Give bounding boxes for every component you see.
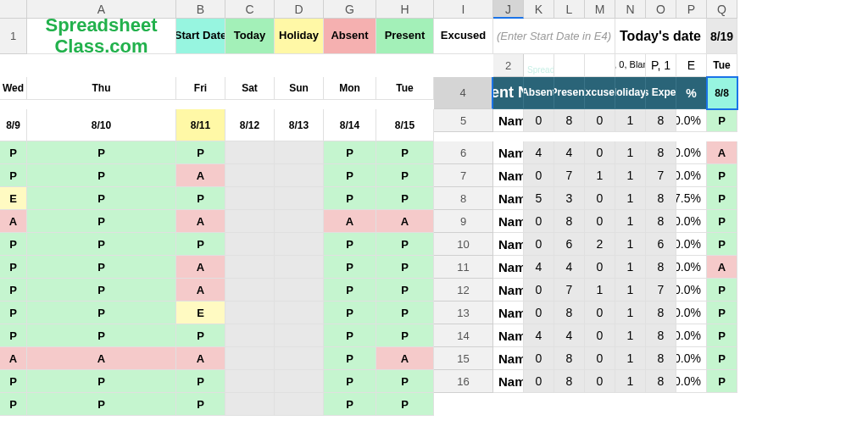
- attendance-cell[interactable]: A: [176, 164, 225, 187]
- stat-cell[interactable]: 1: [585, 279, 615, 302]
- stat-cell[interactable]: 6: [554, 233, 585, 256]
- attendance-cell[interactable]: P: [376, 302, 434, 324]
- stat-cell[interactable]: 8: [646, 370, 676, 393]
- stat-cell[interactable]: 8: [554, 302, 585, 324]
- attendance-cell[interactable]: P: [707, 109, 737, 132]
- hdr-present[interactable]: Present: [554, 77, 585, 109]
- attendance-cell[interactable]: P: [376, 393, 434, 416]
- stat-cell[interactable]: 7: [554, 279, 585, 302]
- stat-cell[interactable]: 1: [615, 302, 646, 324]
- date-8-15[interactable]: 8/15: [376, 109, 434, 141]
- attendance-cell[interactable]: P: [0, 141, 27, 164]
- hdr-holidays[interactable]: Holidays: [615, 77, 646, 109]
- attendance-cell[interactable]: [275, 164, 324, 187]
- stat-cell[interactable]: 4: [524, 141, 554, 164]
- weekday-4[interactable]: Sat: [225, 77, 275, 100]
- todays-date-value[interactable]: 8/19: [707, 19, 737, 54]
- attendance-cell[interactable]: P: [176, 324, 225, 347]
- stat-cell[interactable]: 1: [615, 141, 646, 164]
- stat-cell[interactable]: 8: [554, 370, 585, 393]
- attendance-cell[interactable]: P: [324, 187, 376, 210]
- weekday-7[interactable]: Tue: [376, 77, 434, 100]
- attendance-cell[interactable]: P: [707, 370, 737, 393]
- stat-cell[interactable]: 8: [554, 109, 585, 132]
- percent-cell[interactable]: 100.0%: [676, 347, 707, 370]
- stat-cell[interactable]: 0: [524, 210, 554, 233]
- stat-cell[interactable]: 7: [646, 279, 676, 302]
- attendance-cell[interactable]: [275, 233, 324, 256]
- attendance-cell[interactable]: P: [707, 302, 737, 324]
- student-name[interactable]: Name 3: [493, 164, 524, 187]
- attendance-cell[interactable]: P: [0, 233, 27, 256]
- excused-legend[interactable]: Excused: [434, 19, 493, 54]
- col-head-P[interactable]: P: [676, 0, 707, 19]
- attendance-cell[interactable]: P: [324, 233, 376, 256]
- percent-cell[interactable]: 100.0%: [676, 370, 707, 393]
- stat-cell[interactable]: 8: [554, 347, 585, 370]
- attendance-cell[interactable]: [275, 393, 324, 416]
- stat-cell[interactable]: 4: [554, 141, 585, 164]
- weekday-1[interactable]: Wed: [0, 77, 27, 100]
- attendance-cell[interactable]: P: [376, 256, 434, 279]
- col-head-J[interactable]: J: [493, 0, 524, 19]
- stat-cell[interactable]: 0: [585, 210, 615, 233]
- stat-cell[interactable]: 0: [524, 370, 554, 393]
- present-legend[interactable]: Present: [376, 19, 434, 54]
- weekday-2[interactable]: Thu: [27, 77, 176, 100]
- stat-cell[interactable]: 0: [585, 187, 615, 210]
- attendance-cell[interactable]: [225, 187, 275, 210]
- student-name[interactable]: Name 4: [493, 187, 524, 210]
- row-head-11[interactable]: 11: [434, 256, 493, 279]
- attendance-cell[interactable]: P: [27, 210, 176, 233]
- start-date-legend[interactable]: Start Date: [176, 19, 225, 54]
- date-8-11[interactable]: 8/11: [176, 109, 225, 141]
- attendance-cell[interactable]: P: [324, 256, 376, 279]
- stat-cell[interactable]: 0: [524, 279, 554, 302]
- stat-cell[interactable]: 1: [615, 256, 646, 279]
- attendance-cell[interactable]: A: [0, 347, 27, 370]
- stat-cell[interactable]: 1: [615, 279, 646, 302]
- attendance-cell[interactable]: P: [376, 164, 434, 187]
- attendance-cell[interactable]: P: [376, 370, 434, 393]
- date-8-13[interactable]: 8/13: [275, 109, 324, 141]
- percent-cell[interactable]: 50.0%: [676, 324, 707, 347]
- attendance-cell[interactable]: [275, 302, 324, 324]
- attendance-cell[interactable]: A: [324, 210, 376, 233]
- stat-cell[interactable]: 1: [585, 164, 615, 187]
- stat-cell[interactable]: 1: [615, 324, 646, 347]
- stat-cell[interactable]: 0: [585, 324, 615, 347]
- stat-cell[interactable]: 1: [615, 370, 646, 393]
- stat-cell[interactable]: 5: [524, 187, 554, 210]
- stat-cell[interactable]: 1: [615, 164, 646, 187]
- absent-rule[interactable]: A, 0, Blank: [615, 54, 646, 77]
- student-name[interactable]: Name 7: [493, 256, 524, 279]
- attendance-cell[interactable]: P: [324, 141, 376, 164]
- stat-cell[interactable]: 0: [524, 109, 554, 132]
- attendance-cell[interactable]: P: [376, 324, 434, 347]
- cell-c2[interactable]: [554, 54, 585, 77]
- attendance-cell[interactable]: P: [27, 324, 176, 347]
- attendance-cell[interactable]: P: [376, 233, 434, 256]
- attendance-cell[interactable]: E: [176, 302, 225, 324]
- attendance-cell[interactable]: [225, 370, 275, 393]
- student-name[interactable]: Name 2: [493, 141, 524, 164]
- stat-cell[interactable]: 4: [524, 324, 554, 347]
- date-8-14[interactable]: 8/14: [324, 109, 376, 141]
- attendance-cell[interactable]: P: [176, 187, 225, 210]
- attendance-cell[interactable]: P: [0, 324, 27, 347]
- attendance-cell[interactable]: P: [27, 256, 176, 279]
- attendance-cell[interactable]: P: [176, 233, 225, 256]
- percent-cell[interactable]: 50.0%: [676, 256, 707, 279]
- stat-cell[interactable]: 8: [646, 109, 676, 132]
- weekday-6[interactable]: Mon: [324, 77, 376, 100]
- percent-cell[interactable]: 50.0%: [676, 141, 707, 164]
- stat-cell[interactable]: 8: [646, 210, 676, 233]
- stat-cell[interactable]: 0: [585, 141, 615, 164]
- stat-cell[interactable]: 0: [585, 109, 615, 132]
- hdr-student-name[interactable]: Student Name: [493, 77, 524, 109]
- row-head-10[interactable]: 10: [434, 233, 493, 256]
- attendance-cell[interactable]: P: [0, 279, 27, 302]
- row-head-16[interactable]: 16: [434, 370, 493, 393]
- date-8-9[interactable]: 8/9: [0, 109, 27, 141]
- percent-cell[interactable]: 100.0%: [676, 210, 707, 233]
